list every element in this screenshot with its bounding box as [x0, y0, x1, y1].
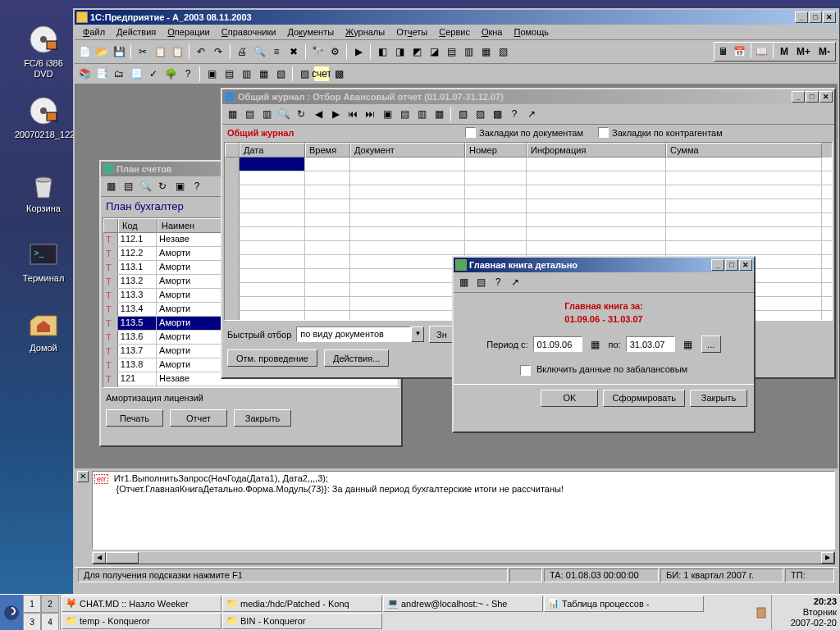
menu-documents[interactable]: Документы: [282, 25, 339, 39]
menu-help[interactable]: Помощь: [509, 25, 554, 39]
period-from-input[interactable]: [533, 336, 582, 352]
calendar-to-icon[interactable]: ▦: [680, 336, 696, 353]
jcol-num[interactable]: Номер: [465, 143, 527, 158]
jtb-2-icon[interactable]: ▤: [241, 106, 258, 122]
tb-redo-icon[interactable]: ↷: [210, 43, 226, 60]
tb-memory-mminus[interactable]: M-: [815, 43, 834, 60]
tb-memory-mplus[interactable]: M+: [792, 43, 815, 60]
tb2-form-icon[interactable]: 📑: [94, 66, 110, 82]
jtb-help-icon[interactable]: ?: [506, 106, 523, 122]
filter-combo-value[interactable]: по виду документов: [296, 326, 411, 342]
clipboard-tray-icon[interactable]: [756, 606, 769, 619]
tb2-doc-icon[interactable]: 📃: [128, 66, 144, 82]
btb-help-icon[interactable]: ?: [490, 274, 506, 290]
tb2-f-icon[interactable]: ▨: [296, 66, 313, 82]
table-row[interactable]: [225, 185, 832, 199]
tb2-a-icon[interactable]: ▣: [203, 66, 220, 82]
filter-combo[interactable]: по виду документов ▼: [296, 326, 424, 342]
plan-report-button[interactable]: Отчет: [170, 409, 227, 427]
close-button[interactable]: ✕: [819, 91, 833, 103]
tb-misc7-icon[interactable]: ▦: [477, 43, 494, 60]
calendar-from-icon[interactable]: ▦: [587, 336, 604, 353]
filter-value-button[interactable]: Зн: [429, 326, 454, 343]
tb-calendar-icon[interactable]: 📅: [732, 43, 748, 60]
jtb-find-icon[interactable]: 🔍: [276, 106, 292, 122]
jtb-5-icon[interactable]: ↻: [293, 106, 309, 122]
error-panel[interactable]: err Ит1.ВыполнитьЗапрос(НачГода(Дата1), …: [92, 471, 835, 550]
scroll-right-icon[interactable]: ▶: [821, 552, 834, 564]
tb-copy-icon[interactable]: 📋: [152, 43, 168, 60]
desktop-icon-screenshot[interactable]: 20070218_122959: [15, 94, 72, 140]
tb-misc6-icon[interactable]: ▥: [460, 43, 477, 60]
close-button[interactable]: ✕: [739, 259, 752, 271]
minimize-button[interactable]: _: [792, 91, 805, 103]
jtb-d-icon[interactable]: ▦: [431, 106, 447, 122]
btb-arrow-icon[interactable]: ↗: [507, 274, 523, 290]
pager-2[interactable]: 2: [41, 595, 59, 613]
check-doc-bookmarks[interactable]: [465, 127, 476, 138]
tb2-cards-icon[interactable]: 🗂: [111, 66, 127, 82]
maximize-button[interactable]: □: [725, 259, 738, 271]
jtb-c-icon[interactable]: ▥: [413, 106, 430, 122]
system-tray[interactable]: 20:23 Вторник 2007-02-20: [771, 595, 840, 630]
tb2-b-icon[interactable]: ▤: [221, 66, 237, 82]
tb-find-icon[interactable]: 🔭: [309, 43, 326, 60]
tb-run-icon[interactable]: ▶: [350, 43, 367, 60]
ptb-find-icon[interactable]: 🔍: [137, 178, 153, 194]
maximize-button[interactable]: □: [809, 11, 822, 23]
minimize-button[interactable]: _: [795, 11, 808, 23]
tb-misc1-icon[interactable]: ◧: [374, 43, 390, 60]
ptb-help-icon[interactable]: ?: [189, 178, 205, 194]
menu-service[interactable]: Сервис: [434, 25, 475, 39]
jtb-g-icon[interactable]: ▩: [489, 106, 505, 122]
tb2-books-icon[interactable]: 📚: [76, 66, 93, 82]
book-titlebar[interactable]: Главная книга детально _ □ ✕: [454, 258, 754, 272]
tb-misc2-icon[interactable]: ◨: [391, 43, 408, 60]
tb-delete-icon[interactable]: ✖: [285, 43, 302, 60]
tb-save-icon[interactable]: 💾: [111, 43, 127, 60]
scroll-left-icon[interactable]: ◀: [93, 552, 106, 564]
taskbar-task[interactable]: 🦊CHAT.MD :: Назло Weeker: [62, 596, 221, 612]
tb-paste-icon[interactable]: 📋: [169, 43, 185, 60]
plan-close-button[interactable]: Закрыть: [234, 409, 291, 427]
menu-operations[interactable]: Операции: [162, 25, 214, 39]
desktop-icon-terminal[interactable]: >_ Терминал: [15, 238, 72, 284]
maximize-button[interactable]: □: [806, 91, 819, 103]
jtb-arrow-icon[interactable]: ↗: [523, 106, 540, 122]
tb-open-icon[interactable]: 📂: [94, 43, 110, 60]
jcol-info[interactable]: Информация: [527, 143, 666, 158]
col-code[interactable]: Код: [118, 218, 158, 233]
tb2-e-icon[interactable]: ▧: [272, 66, 289, 82]
errorpanel-hscroll[interactable]: ◀ ▶: [92, 551, 835, 564]
ptb-2-icon[interactable]: ▤: [120, 178, 136, 194]
book-close-button[interactable]: Закрыть: [690, 390, 747, 407]
jtb-3-icon[interactable]: ▥: [258, 106, 275, 122]
close-button[interactable]: ✕: [823, 11, 836, 23]
minimize-button[interactable]: _: [711, 259, 724, 271]
errorpanel-close-button[interactable]: ✕: [77, 471, 89, 482]
tb-book-icon[interactable]: 📖: [754, 43, 770, 60]
tb2-c-icon[interactable]: ▥: [238, 66, 254, 82]
jcol-time[interactable]: Время: [305, 143, 350, 158]
jtb-a-icon[interactable]: ▣: [379, 106, 395, 122]
jtb-prev-icon[interactable]: ◀: [310, 106, 326, 122]
book-form-button[interactable]: Сформировать: [603, 390, 685, 407]
tb2-g-icon[interactable]: счет: [313, 66, 330, 82]
ptb-refresh-icon[interactable]: ↻: [154, 178, 171, 194]
menu-file[interactable]: Файл: [78, 25, 110, 39]
period-browse-button[interactable]: ...: [701, 336, 721, 353]
plan-print-button[interactable]: Печать: [106, 409, 163, 427]
tb-calc-icon[interactable]: 🖩: [715, 43, 732, 60]
include-offbalance-check[interactable]: [520, 365, 531, 376]
table-row[interactable]: Т121.1Незавершенное строительство: [103, 386, 399, 388]
tb-tool-icon[interactable]: ⚙: [326, 43, 343, 60]
pager-4[interactable]: 4: [41, 613, 59, 630]
table-row[interactable]: [225, 241, 832, 255]
cancel-posting-button[interactable]: Отм. проведение: [227, 349, 317, 367]
tb-cut-icon[interactable]: ✂: [135, 43, 151, 60]
check-contr-bookmarks[interactable]: [598, 127, 609, 138]
table-row[interactable]: [225, 199, 832, 213]
tb-misc5-icon[interactable]: ▤: [443, 43, 459, 60]
menu-directories[interactable]: Справочники: [217, 25, 281, 39]
tb-misc8-icon[interactable]: ▧: [495, 43, 511, 60]
